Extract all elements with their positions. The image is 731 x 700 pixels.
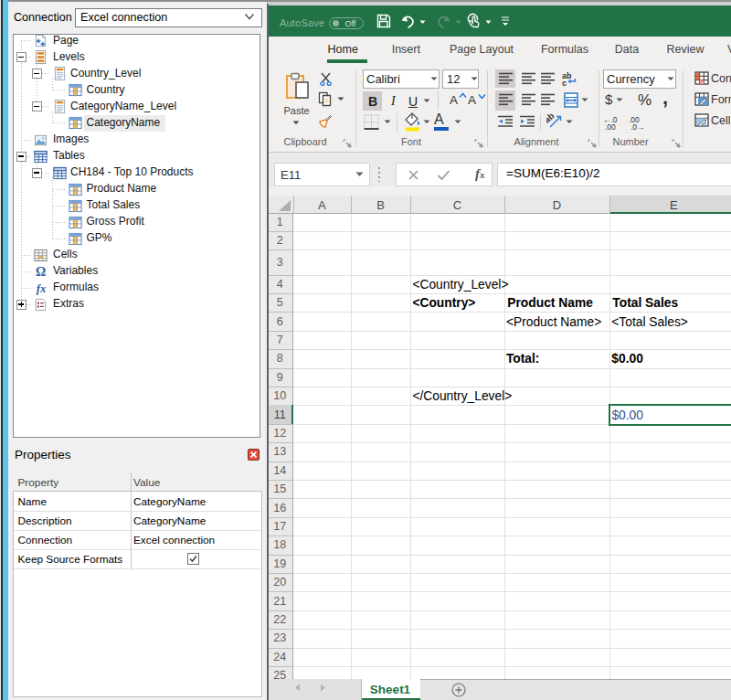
svg-text:fx: fx xyxy=(37,281,47,294)
svg-text:.0→: .0→ xyxy=(630,122,645,131)
svg-text:c: c xyxy=(562,79,567,87)
svg-text:.00: .00 xyxy=(605,122,616,131)
svg-text:Ω: Ω xyxy=(36,265,46,279)
